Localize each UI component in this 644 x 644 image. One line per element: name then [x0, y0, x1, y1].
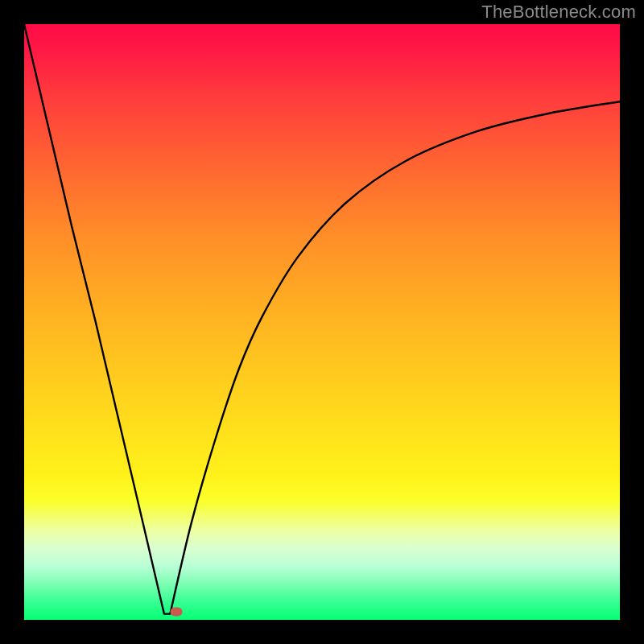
chart-frame: TheBottleneck.com: [0, 0, 644, 644]
bottleneck-curve: [24, 24, 620, 620]
plot-area: [24, 24, 620, 620]
curve-path: [24, 24, 620, 614]
optimal-marker: [170, 608, 182, 617]
watermark-text: TheBottleneck.com: [481, 2, 636, 23]
